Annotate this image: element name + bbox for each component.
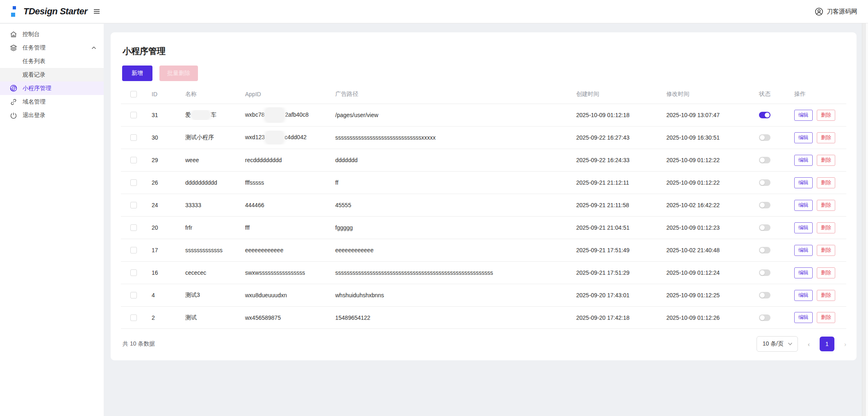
edit-button[interactable]: 编辑 <box>794 290 813 301</box>
delete-button[interactable]: 删除 <box>817 200 835 211</box>
cell-modified: 2025-10-02 21:40:48 <box>666 247 759 253</box>
cell-created: 2025-09-21 21:04:51 <box>576 224 666 231</box>
cell-created: 2025-09-21 17:51:49 <box>576 247 666 253</box>
status-toggle[interactable] <box>759 247 770 253</box>
user-avatar-icon[interactable] <box>815 7 823 16</box>
status-toggle[interactable] <box>759 224 770 231</box>
cell-appid: fff <box>245 224 335 231</box>
sidebar-item-dashboard[interactable]: 控制台 <box>0 27 104 41</box>
batch-delete-button[interactable]: 批量删除 <box>159 66 198 81</box>
edit-button[interactable]: 编辑 <box>794 245 813 256</box>
cell-id: 24 <box>152 202 185 208</box>
status-toggle[interactable] <box>759 314 770 321</box>
cell-path: whshuiduhshxbnns <box>335 292 576 298</box>
cell-created: 2025-10-09 01:12:18 <box>576 112 666 118</box>
cell-id: 2 <box>152 314 185 321</box>
cell-path: ssssssssssssssssssssssssssssssssssssssss… <box>335 269 576 276</box>
delete-button[interactable]: 删除 <box>817 155 835 166</box>
status-toggle[interactable] <box>759 134 770 141</box>
sidebar-item-task-list[interactable]: 任务列表 <box>0 54 104 68</box>
edit-button[interactable]: 编辑 <box>794 267 813 278</box>
cell-id: 4 <box>152 292 185 298</box>
row-checkbox[interactable] <box>130 292 137 298</box>
delete-button[interactable]: 删除 <box>817 312 835 323</box>
row-checkbox[interactable] <box>130 224 137 231</box>
delete-button[interactable]: 删除 <box>817 132 835 143</box>
edit-button[interactable]: 编辑 <box>794 200 813 211</box>
sidebar-item-task-management[interactable]: 任务管理 <box>0 41 104 54</box>
column-header-modified: 修改时间 <box>666 90 759 98</box>
row-checkbox[interactable] <box>130 269 137 276</box>
row-checkbox[interactable] <box>130 112 137 118</box>
delete-button[interactable]: 删除 <box>817 290 835 301</box>
edit-button[interactable]: 编辑 <box>794 155 813 166</box>
status-toggle[interactable] <box>759 269 770 276</box>
total-count-text: 共 10 条数据 <box>123 340 155 348</box>
edit-button[interactable]: 编辑 <box>794 132 813 143</box>
next-page-button[interactable]: › <box>844 341 846 348</box>
logo[interactable]: TDesign Starter <box>11 5 87 18</box>
current-page-button[interactable]: 1 <box>820 337 834 351</box>
table-row: 2 测试 wx456589875 15489654122 2025-09-20 … <box>121 306 846 329</box>
cell-appid: fffsssss <box>245 179 335 186</box>
cell-path: ssssssssssssssssssssssssssssssxxxxx <box>335 134 576 141</box>
table-row: 30 测试小程序 wxd123c4dd042 sssssssssssssssss… <box>121 126 846 149</box>
miniapp-icon <box>10 85 17 92</box>
column-header-ops: 操作 <box>794 90 846 98</box>
cell-created: 2025-09-20 17:42:18 <box>576 314 666 321</box>
cell-appid: eeeeeeeeeeee <box>245 247 335 253</box>
scrollbar[interactable] <box>862 0 868 416</box>
cell-path: 15489654122 <box>335 314 576 321</box>
status-toggle[interactable] <box>759 157 770 163</box>
sidebar-item-logout[interactable]: 退出登录 <box>0 109 104 122</box>
sidebar: 控制台任务管理任务列表观看记录小程序管理域名管理退出登录 <box>0 24 104 416</box>
prev-page-button[interactable]: ‹ <box>808 341 810 348</box>
cell-appid: recddddddddd <box>245 157 335 163</box>
delete-button[interactable]: 删除 <box>817 222 835 233</box>
row-checkbox[interactable] <box>130 179 137 186</box>
link-icon <box>10 98 17 106</box>
delete-button[interactable]: 删除 <box>817 267 835 278</box>
cell-name: frfr <box>185 224 245 231</box>
table-row: 24 33333 444466 45555 2025-09-21 21:11:5… <box>121 194 846 216</box>
user-name[interactable]: 刀客源码网 <box>827 8 857 16</box>
cell-created: 2025-09-22 16:27:43 <box>576 134 666 141</box>
cell-appid: swxwssssssssssssssss <box>245 269 335 276</box>
edit-button[interactable]: 编辑 <box>794 177 813 188</box>
row-checkbox[interactable] <box>130 314 137 321</box>
delete-button[interactable]: 删除 <box>817 177 835 188</box>
sidebar-item-domain-management[interactable]: 域名管理 <box>0 95 104 109</box>
row-checkbox[interactable] <box>130 157 137 163</box>
status-toggle[interactable] <box>759 179 770 186</box>
status-toggle[interactable] <box>759 292 770 298</box>
home-icon <box>10 31 17 38</box>
row-checkbox[interactable] <box>130 247 137 253</box>
status-toggle[interactable] <box>759 202 770 208</box>
chevron-down-icon <box>788 342 793 346</box>
add-button[interactable]: 新增 <box>122 66 152 81</box>
delete-button[interactable]: 删除 <box>817 110 835 121</box>
sidebar-item-miniapp-management[interactable]: 小程序管理 <box>0 81 104 95</box>
cell-modified: 2025-10-09 01:12:26 <box>666 314 759 321</box>
edit-button[interactable]: 编辑 <box>794 222 813 233</box>
delete-button[interactable]: 删除 <box>817 245 835 256</box>
status-toggle[interactable] <box>759 112 770 118</box>
top-bar: TDesign Starter 刀客源码网 <box>0 0 868 23</box>
edit-button[interactable]: 编辑 <box>794 110 813 121</box>
cell-modified: 2025-10-09 01:12:24 <box>666 269 759 276</box>
select-all-checkbox[interactable] <box>130 91 137 97</box>
main-content: 小程序管理 新增 批量删除 ID 名称 AppID 广告路径 创建时间 修改时间… <box>104 24 868 416</box>
cell-created: 2025-09-20 17:43:01 <box>576 292 666 298</box>
cell-path: ddddddd <box>335 157 576 163</box>
sidebar-item-watch-records[interactable]: 观看记录 <box>0 68 104 81</box>
page-size-select[interactable]: 10 条/页 <box>757 336 798 352</box>
cell-name: dddddddddd <box>185 179 245 186</box>
row-checkbox[interactable] <box>130 134 137 141</box>
cell-created: 2025-09-21 21:12:11 <box>576 179 666 186</box>
chevron-up-icon <box>91 46 96 50</box>
column-header-appid: AppID <box>245 91 335 97</box>
menu-toggle-icon[interactable] <box>93 8 100 15</box>
edit-button[interactable]: 编辑 <box>794 312 813 323</box>
row-checkbox[interactable] <box>130 202 137 208</box>
logo-text: TDesign Starter <box>23 6 87 17</box>
